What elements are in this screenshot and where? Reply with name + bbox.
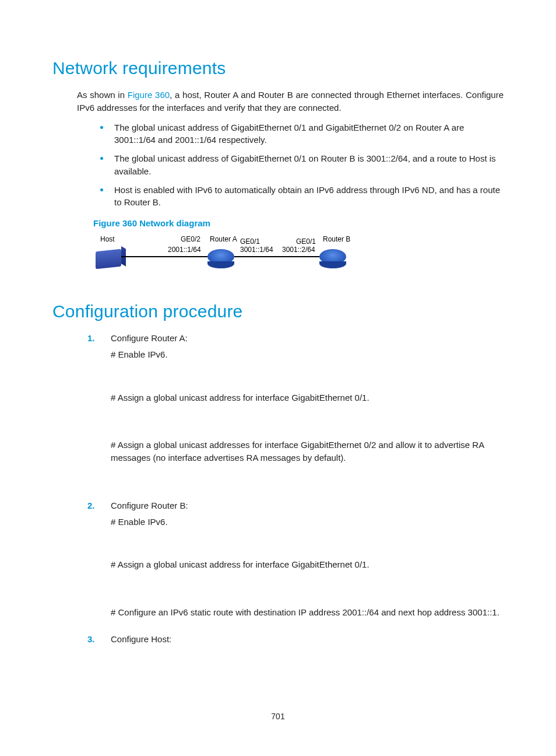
link-line (234, 256, 319, 257)
step-item: Configure Router B: # Enable IPv6. # Ass… (87, 499, 504, 619)
list-item: The global unicast address of GigabitEth… (99, 121, 504, 147)
intro-paragraph: As shown in Figure 360, a host, Router A… (77, 89, 504, 114)
step-line: # Assign a global unicast address for in… (111, 558, 504, 571)
diagram-host-label: Host (100, 235, 115, 243)
diagram-ge01b-label: GE0/1 (296, 237, 316, 246)
step-item: Configure Host: (87, 633, 504, 646)
step-line: # Configure an IPv6 static route with de… (111, 606, 504, 619)
page-number: 701 (0, 712, 556, 721)
router-a-icon (207, 249, 234, 264)
heading-network-requirements: Network requirements (52, 58, 504, 78)
requirements-list: The global unicast address of GigabitEth… (99, 121, 504, 209)
diagram-ge02-label: GE0/2 (181, 235, 200, 243)
diagram-addr-3001-2: 3001::2/64 (282, 246, 315, 254)
router-b-icon (319, 249, 346, 264)
network-diagram: Host GE0/2 Router A GE0/1 GE0/1 Router B… (93, 233, 373, 274)
link-line (121, 256, 207, 257)
list-item: Host is enabled with IPv6 to automatical… (99, 184, 504, 209)
diagram-addr-2001: 2001::1/64 (168, 246, 201, 254)
diagram-routerb-label: Router B (323, 235, 350, 243)
figure-link[interactable]: Figure 360 (128, 90, 170, 100)
step-head: Configure Host: (111, 633, 504, 646)
intro-pre: As shown in (77, 90, 128, 100)
step-line: # Enable IPv6. (111, 516, 504, 528)
step-item: Configure Router A: # Enable IPv6. # Ass… (87, 332, 504, 464)
diagram-routera-label: Router A (210, 235, 237, 243)
diagram-addr-3001-1: 3001::1/64 (240, 246, 273, 254)
heading-configuration-procedure: Configuration procedure (52, 302, 504, 321)
figure-caption: Figure 360 Network diagram (93, 218, 504, 228)
diagram-ge01a-label: GE0/1 (240, 237, 260, 246)
host-icon (96, 249, 121, 270)
step-head: Configure Router B: (111, 499, 504, 512)
step-line: # Assign a global unicast addresses for … (111, 439, 504, 464)
step-head: Configure Router A: (111, 332, 504, 345)
list-item: The global unicast address of GigabitEth… (99, 152, 504, 178)
configuration-steps: Configure Router A: # Enable IPv6. # Ass… (87, 332, 504, 646)
step-line: # Enable IPv6. (111, 348, 504, 361)
step-line: # Assign a global unicast address for in… (111, 391, 504, 404)
